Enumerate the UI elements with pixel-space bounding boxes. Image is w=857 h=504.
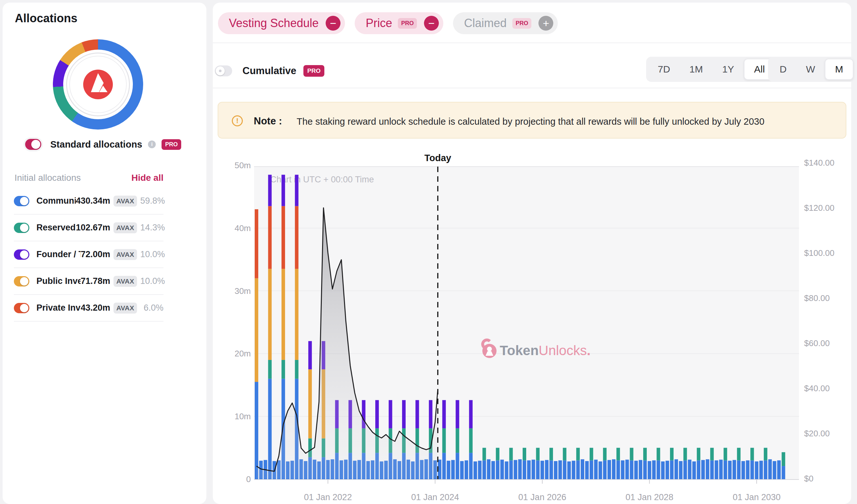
y-axis-right-tick: $100.00	[804, 248, 835, 258]
bar-segment-orange	[268, 269, 272, 360]
bar-segment-blue	[558, 460, 562, 479]
vesting-chart-canvas[interactable]: 50m40m30m20m10m0$140.00$120.00$100.00$80…	[213, 142, 851, 504]
bar-segment-blue	[737, 460, 741, 479]
range-selector: 7D 1M 1Y All	[646, 57, 777, 82]
x-axis-tick: 01 Jan 2028	[625, 492, 674, 502]
bar-segment-green	[563, 448, 567, 460]
bar-segment-purple	[375, 400, 379, 429]
timezone-watermark: Chart in UTC + 00:00 Time	[270, 175, 374, 184]
bar-segment-green	[282, 360, 285, 379]
y-axis-left-tick: 40m	[234, 223, 251, 233]
allocation-percent: 10.0%	[140, 249, 164, 259]
allocations-panel: Allocations Standard allocations i PRO I…	[3, 3, 206, 504]
note-title: Note :	[254, 115, 282, 127]
allocation-value: 43.20m	[81, 303, 110, 313]
granularity-day[interactable]: D	[770, 59, 796, 80]
warning-icon: !	[232, 115, 243, 126]
allocation-name: Private Invest...	[36, 303, 81, 313]
chip-price[interactable]: Price PRO −	[355, 12, 443, 34]
bar-segment-green	[523, 448, 526, 460]
allocation-toggle[interactable]	[14, 303, 29, 313]
bar-segment-blue	[527, 460, 531, 479]
dataset-chips: Vesting Schedule − Price PRO − Claimed P…	[218, 12, 558, 34]
granularity-week[interactable]: W	[796, 59, 825, 80]
remove-icon[interactable]: −	[326, 16, 340, 31]
bar-segment-red	[295, 206, 299, 269]
x-axis-tick: 01 Jan 2030	[733, 492, 780, 502]
allocation-row-reserved: Reserved 102.67m AVAX 14.3%	[14, 215, 164, 241]
range-1m[interactable]: 1M	[680, 59, 712, 80]
bar-segment-blue	[634, 461, 638, 479]
y-axis-left-tick: 30m	[234, 286, 251, 296]
bar-segment-blue	[768, 459, 772, 479]
bar-segment-blue	[755, 462, 758, 479]
y-axis-right-tick: $40.00	[804, 383, 830, 393]
info-icon[interactable]: i	[148, 140, 156, 148]
bar-segment-blue	[750, 460, 754, 479]
bar-segment-blue	[509, 460, 512, 479]
y-axis-right-tick: $60.00	[804, 338, 830, 348]
bar-segment-blue	[692, 462, 696, 479]
chip-vesting-schedule[interactable]: Vesting Schedule −	[218, 12, 345, 34]
allocation-name: Community & ...	[36, 196, 76, 206]
bar-segment-blue	[469, 453, 473, 479]
chip-claimed[interactable]: Claimed PRO +	[453, 12, 558, 34]
bar-segment-blue	[572, 461, 575, 479]
bar-segment-purple	[295, 175, 299, 206]
cumulative-row: Cumulative PRO	[215, 63, 324, 79]
bar-segment-blue	[496, 460, 500, 479]
bar-segment-green	[710, 448, 714, 460]
bar-segment-blue	[550, 460, 553, 479]
bar-segment-blue	[701, 460, 705, 479]
bar-segment-blue	[688, 459, 691, 479]
bar-segment-purple	[469, 400, 473, 429]
bar-segment-blue	[255, 382, 258, 479]
bar-segment-blue	[460, 461, 464, 479]
bar-segment-purple	[389, 400, 392, 429]
bar-segment-blue	[536, 460, 540, 479]
bar-segment-blue	[782, 466, 785, 479]
range-7d[interactable]: 7D	[648, 59, 680, 80]
allocation-donut-chart[interactable]	[53, 39, 143, 129]
bar-segment-purple	[456, 400, 459, 429]
bar-segment-green	[723, 448, 727, 460]
cumulative-toggle[interactable]	[215, 65, 232, 76]
bar-segment-blue	[532, 459, 535, 479]
y-axis-left-tick: 50m	[234, 160, 251, 170]
token-badge: AVAX	[114, 222, 137, 233]
bar-segment-red	[282, 206, 285, 269]
granularity-month[interactable]: M	[825, 59, 854, 80]
remove-icon[interactable]: −	[424, 16, 439, 31]
bar-segment-green	[764, 448, 767, 460]
allocation-row-founder-team: Founder / Team 72.00m AVAX 10.0%	[14, 241, 164, 268]
allocation-toggle[interactable]	[14, 196, 29, 206]
x-axis-tick: 01 Jan 2024	[411, 492, 459, 502]
add-icon[interactable]: +	[538, 16, 553, 31]
bar-segment-blue	[733, 460, 736, 479]
allocation-toggle[interactable]	[14, 249, 29, 260]
bar-segment-purple	[282, 175, 285, 206]
allocation-toggle[interactable]	[14, 223, 29, 233]
range-1y[interactable]: 1Y	[712, 59, 744, 80]
note-body: The staking reward unlock schedule is ca…	[297, 116, 764, 127]
allocation-toggle[interactable]	[14, 276, 29, 286]
standard-allocations-toggle[interactable]	[25, 139, 41, 150]
x-axis-tick: 01 Jan 2026	[519, 492, 567, 502]
bar-segment-blue	[487, 459, 490, 479]
bar-segment-blue	[617, 460, 620, 479]
allocation-value: 72.00m	[81, 249, 110, 259]
bar-segment-purple	[308, 341, 312, 369]
bar-segment-blue	[576, 460, 580, 479]
standard-allocations-row: Standard allocations i PRO	[25, 138, 181, 151]
bar-segment-blue	[451, 460, 455, 479]
bar-segment-orange	[295, 269, 299, 360]
bar-segment-green	[550, 448, 553, 460]
bar-segment-blue	[773, 461, 776, 479]
bar-segment-blue	[482, 460, 486, 479]
bar-segment-blue	[268, 379, 272, 479]
bar-segment-green	[737, 448, 741, 460]
chip-label: Vesting Schedule	[229, 16, 319, 30]
bar-segment-green	[496, 448, 500, 460]
chart-panel: Vesting Schedule − Price PRO − Claimed P…	[213, 3, 851, 504]
hide-all-button[interactable]: Hide all	[131, 173, 164, 183]
